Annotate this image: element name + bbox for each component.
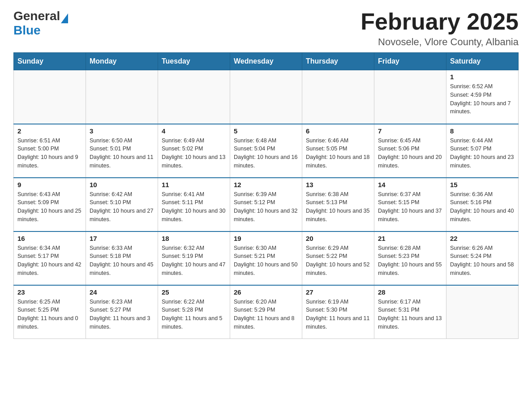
calendar-day-cell xyxy=(374,70,446,124)
calendar-day-cell: 1Sunrise: 6:52 AM Sunset: 4:59 PM Daylig… xyxy=(446,70,519,124)
calendar-day-cell xyxy=(14,70,86,124)
calendar-day-cell: 20Sunrise: 6:29 AM Sunset: 5:22 PM Dayli… xyxy=(302,231,374,285)
day-number: 21 xyxy=(378,235,442,242)
calendar-day-header: Wednesday xyxy=(230,53,302,70)
logo-triangle-icon xyxy=(61,13,68,23)
day-number: 5 xyxy=(234,127,298,135)
day-info: Sunrise: 6:22 AM Sunset: 5:28 PM Dayligh… xyxy=(162,298,226,331)
day-number: 8 xyxy=(450,127,515,135)
day-info: Sunrise: 6:36 AM Sunset: 5:16 PM Dayligh… xyxy=(450,190,515,224)
calendar-day-cell: 21Sunrise: 6:28 AM Sunset: 5:23 PM Dayli… xyxy=(374,231,446,285)
calendar-body: 1Sunrise: 6:52 AM Sunset: 4:59 PM Daylig… xyxy=(14,70,519,339)
day-number: 28 xyxy=(378,288,442,296)
calendar-day-header: Sunday xyxy=(14,53,86,70)
calendar-day-cell: 6Sunrise: 6:46 AM Sunset: 5:05 PM Daylig… xyxy=(302,124,374,178)
calendar-week-row: 23Sunrise: 6:25 AM Sunset: 5:25 PM Dayli… xyxy=(14,285,519,339)
day-info: Sunrise: 6:29 AM Sunset: 5:22 PM Dayligh… xyxy=(306,244,370,278)
calendar-day-header: Thursday xyxy=(302,53,374,70)
calendar-day-cell: 10Sunrise: 6:42 AM Sunset: 5:10 PM Dayli… xyxy=(86,178,158,231)
day-info: Sunrise: 6:20 AM Sunset: 5:29 PM Dayligh… xyxy=(234,298,298,331)
day-info: Sunrise: 6:30 AM Sunset: 5:21 PM Dayligh… xyxy=(234,244,298,278)
day-info: Sunrise: 6:44 AM Sunset: 5:07 PM Dayligh… xyxy=(450,137,515,170)
calendar-day-cell: 23Sunrise: 6:25 AM Sunset: 5:25 PM Dayli… xyxy=(14,285,86,339)
day-number: 10 xyxy=(90,181,154,188)
calendar-week-row: 9Sunrise: 6:43 AM Sunset: 5:09 PM Daylig… xyxy=(14,178,519,231)
calendar-table: SundayMondayTuesdayWednesdayThursdayFrid… xyxy=(13,52,519,339)
day-number: 2 xyxy=(17,127,82,135)
day-info: Sunrise: 6:19 AM Sunset: 5:30 PM Dayligh… xyxy=(306,298,370,331)
calendar-day-cell: 3Sunrise: 6:50 AM Sunset: 5:01 PM Daylig… xyxy=(86,124,158,178)
day-number: 9 xyxy=(17,181,82,188)
calendar-day-cell: 27Sunrise: 6:19 AM Sunset: 5:30 PM Dayli… xyxy=(302,285,374,339)
day-number: 7 xyxy=(378,127,442,135)
calendar-day-cell: 19Sunrise: 6:30 AM Sunset: 5:21 PM Dayli… xyxy=(230,231,302,285)
calendar-day-cell: 18Sunrise: 6:32 AM Sunset: 5:19 PM Dayli… xyxy=(158,231,230,285)
calendar-day-header: Tuesday xyxy=(158,53,230,70)
calendar-day-cell: 14Sunrise: 6:37 AM Sunset: 5:15 PM Dayli… xyxy=(374,178,446,231)
calendar-day-cell: 9Sunrise: 6:43 AM Sunset: 5:09 PM Daylig… xyxy=(14,178,86,231)
calendar-day-cell: 24Sunrise: 6:23 AM Sunset: 5:27 PM Dayli… xyxy=(86,285,158,339)
calendar-week-row: 2Sunrise: 6:51 AM Sunset: 5:00 PM Daylig… xyxy=(14,124,519,178)
calendar-subtitle: Novosele, Vlore County, Albania xyxy=(360,36,519,48)
calendar-day-cell: 13Sunrise: 6:38 AM Sunset: 5:13 PM Dayli… xyxy=(302,178,374,231)
day-info: Sunrise: 6:42 AM Sunset: 5:10 PM Dayligh… xyxy=(90,190,154,224)
day-number: 27 xyxy=(306,288,370,296)
calendar-title: February 2025 xyxy=(360,9,519,34)
day-info: Sunrise: 6:28 AM Sunset: 5:23 PM Dayligh… xyxy=(378,244,442,278)
calendar-day-header: Friday xyxy=(374,53,446,70)
calendar-day-cell xyxy=(446,285,519,339)
day-number: 12 xyxy=(234,181,298,188)
calendar-day-cell: 12Sunrise: 6:39 AM Sunset: 5:12 PM Dayli… xyxy=(230,178,302,231)
calendar-day-header: Monday xyxy=(86,53,158,70)
day-info: Sunrise: 6:37 AM Sunset: 5:15 PM Dayligh… xyxy=(378,190,442,224)
logo-general-text: General xyxy=(13,9,60,23)
calendar-day-cell xyxy=(158,70,230,124)
calendar-day-cell: 7Sunrise: 6:45 AM Sunset: 5:06 PM Daylig… xyxy=(374,124,446,178)
day-info: Sunrise: 6:39 AM Sunset: 5:12 PM Dayligh… xyxy=(234,190,298,224)
day-number: 13 xyxy=(306,181,370,188)
calendar-day-cell: 8Sunrise: 6:44 AM Sunset: 5:07 PM Daylig… xyxy=(446,124,519,178)
logo: General Blue xyxy=(13,9,68,38)
day-number: 1 xyxy=(450,73,515,81)
day-info: Sunrise: 6:51 AM Sunset: 5:00 PM Dayligh… xyxy=(17,137,82,170)
logo-blue-text: Blue xyxy=(13,23,68,38)
calendar-header-row: SundayMondayTuesdayWednesdayThursdayFrid… xyxy=(14,53,519,70)
day-number: 4 xyxy=(162,127,226,135)
day-info: Sunrise: 6:46 AM Sunset: 5:05 PM Dayligh… xyxy=(306,137,370,170)
day-info: Sunrise: 6:23 AM Sunset: 5:27 PM Dayligh… xyxy=(90,298,154,331)
day-info: Sunrise: 6:49 AM Sunset: 5:02 PM Dayligh… xyxy=(162,137,226,170)
calendar-day-header: Saturday xyxy=(446,53,519,70)
day-info: Sunrise: 6:45 AM Sunset: 5:06 PM Dayligh… xyxy=(378,137,442,170)
calendar-header: SundayMondayTuesdayWednesdayThursdayFrid… xyxy=(14,53,519,70)
day-number: 23 xyxy=(17,288,82,296)
calendar-day-cell: 28Sunrise: 6:17 AM Sunset: 5:31 PM Dayli… xyxy=(374,285,446,339)
day-info: Sunrise: 6:33 AM Sunset: 5:18 PM Dayligh… xyxy=(90,244,154,278)
calendar-day-cell: 26Sunrise: 6:20 AM Sunset: 5:29 PM Dayli… xyxy=(230,285,302,339)
day-info: Sunrise: 6:43 AM Sunset: 5:09 PM Dayligh… xyxy=(17,190,82,224)
calendar-day-cell: 15Sunrise: 6:36 AM Sunset: 5:16 PM Dayli… xyxy=(446,178,519,231)
day-info: Sunrise: 6:52 AM Sunset: 4:59 PM Dayligh… xyxy=(450,82,515,116)
calendar-day-cell: 5Sunrise: 6:48 AM Sunset: 5:04 PM Daylig… xyxy=(230,124,302,178)
day-info: Sunrise: 6:38 AM Sunset: 5:13 PM Dayligh… xyxy=(306,190,370,224)
calendar-title-block: February 2025 Novosele, Vlore County, Al… xyxy=(360,9,519,48)
day-number: 18 xyxy=(162,235,226,242)
calendar-day-cell xyxy=(302,70,374,124)
day-info: Sunrise: 6:50 AM Sunset: 5:01 PM Dayligh… xyxy=(90,137,154,170)
day-number: 14 xyxy=(378,181,442,188)
day-number: 11 xyxy=(162,181,226,188)
calendar-day-cell: 11Sunrise: 6:41 AM Sunset: 5:11 PM Dayli… xyxy=(158,178,230,231)
calendar-week-row: 1Sunrise: 6:52 AM Sunset: 4:59 PM Daylig… xyxy=(14,70,519,124)
day-number: 25 xyxy=(162,288,226,296)
day-info: Sunrise: 6:34 AM Sunset: 5:17 PM Dayligh… xyxy=(17,244,82,278)
page-header: General Blue February 2025 Novosele, Vlo… xyxy=(13,9,519,48)
day-number: 26 xyxy=(234,288,298,296)
calendar-day-cell: 17Sunrise: 6:33 AM Sunset: 5:18 PM Dayli… xyxy=(86,231,158,285)
calendar-week-row: 16Sunrise: 6:34 AM Sunset: 5:17 PM Dayli… xyxy=(14,231,519,285)
day-info: Sunrise: 6:25 AM Sunset: 5:25 PM Dayligh… xyxy=(17,298,82,331)
day-number: 17 xyxy=(90,235,154,242)
calendar-day-cell: 2Sunrise: 6:51 AM Sunset: 5:00 PM Daylig… xyxy=(14,124,86,178)
day-number: 16 xyxy=(17,235,82,242)
calendar-day-cell xyxy=(86,70,158,124)
day-info: Sunrise: 6:48 AM Sunset: 5:04 PM Dayligh… xyxy=(234,137,298,170)
day-number: 19 xyxy=(234,235,298,242)
